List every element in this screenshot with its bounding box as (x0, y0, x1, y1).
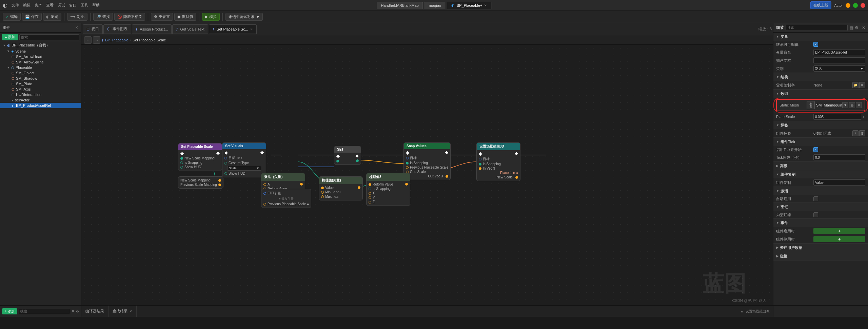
set-val-out[interactable] (356, 159, 359, 162)
snap3-y-pin[interactable] (369, 196, 371, 199)
on-enable-btn[interactable]: + (813, 228, 865, 234)
clamp-val-pin[interactable] (321, 187, 324, 189)
details-search-input[interactable] (786, 25, 848, 31)
tab-viewport[interactable]: ◻ 视口 (83, 24, 103, 34)
tree-hud[interactable]: ⬡ HUDInteraction (0, 92, 81, 97)
clamp-max-pin[interactable] (321, 195, 324, 198)
set-val-pin[interactable] (336, 160, 339, 162)
debug-dropdown[interactable]: 未选中调试对象 ▼ (225, 13, 263, 21)
node-prev-scale[interactable]: New Scale Mapping Previous Scale Mapping (178, 176, 223, 189)
tree-scene[interactable]: ▼ ◈ Scene (0, 49, 81, 54)
bottom-tab-compiler[interactable]: 编译器结果 (81, 306, 108, 317)
tab-event-graph[interactable]: ⬡ 事件图表 (103, 24, 131, 34)
for-cooker-checkbox[interactable] (813, 212, 818, 217)
auto-activate-checkbox[interactable] (813, 196, 818, 201)
sv-target-pin[interactable] (224, 157, 227, 159)
set-exec-in[interactable] (336, 155, 340, 158)
bottom-settings-icon[interactable]: ⚙ (76, 309, 79, 313)
menu-help[interactable]: 帮助 (92, 3, 100, 8)
prev-out2[interactable] (218, 183, 221, 186)
snap-exec-out[interactable] (445, 151, 448, 154)
section-tick-header[interactable]: ▼ 组件Tick (773, 138, 868, 146)
edt-prev-pin[interactable] (263, 203, 266, 206)
varname-input[interactable] (813, 49, 865, 55)
tab-maqiao[interactable]: maqiao (425, 2, 446, 9)
snap-exec-in[interactable] (406, 151, 409, 155)
snap-snapping-pin[interactable] (406, 162, 409, 164)
tree-arrow-head[interactable]: ⬡ SM_ArrowHead (0, 54, 81, 59)
save-btn[interactable]: 💾 保存 (22, 13, 42, 21)
show-hud-pin[interactable] (180, 166, 183, 169)
edt-pin1[interactable] (263, 192, 266, 195)
simulate-btn[interactable]: ▶ 模拟 (202, 13, 220, 21)
world-target-pin[interactable] (479, 158, 481, 160)
snap3-in-pin[interactable] (369, 183, 371, 186)
tree-arrow-spline[interactable]: ⬡ SM_ArrowSpline (0, 59, 81, 65)
category-dropdown[interactable]: 默认 ▼ (813, 65, 865, 72)
math-a-pin[interactable] (263, 183, 266, 186)
sm-dropdown-btn[interactable]: ▼ (842, 102, 848, 108)
exec-in-pin[interactable] (180, 152, 184, 155)
section-variables-header[interactable]: ▼ 变量 (773, 33, 868, 41)
world-exec-out[interactable] (515, 152, 518, 155)
sv-dropdown[interactable]: Scale ▼ (224, 165, 264, 171)
tab-handheld[interactable]: HandheldARBlankMap (377, 2, 423, 9)
nav-back-btn[interactable]: ← (84, 36, 92, 44)
bp-canvas[interactable]: Set Placeable Scale New Scale Mapping Is… (81, 45, 773, 305)
snapping-in-pin[interactable] (180, 161, 183, 164)
sm-browse-btn[interactable]: ◎ (849, 102, 855, 108)
clamp-min-pin[interactable] (321, 191, 324, 194)
defaults-btn[interactable]: ◉ 默认值 (174, 13, 196, 21)
tab-get-scale[interactable]: ƒ Get Scale Text (172, 24, 208, 34)
section-comp-copy-header[interactable]: ▼ 组件复制 (773, 170, 868, 178)
nav-forward-btn[interactable]: → (93, 36, 100, 44)
details-close-icon[interactable]: ✕ (862, 25, 865, 30)
tree-sm-axis[interactable]: ⬡ SM_Axis (0, 86, 81, 92)
section-advanced-header[interactable]: ▶ 高级 (773, 162, 868, 170)
clamp-out-pin[interactable] (358, 186, 360, 189)
tree-bp-productassetref[interactable]: ◐ BP_ProductAssetRef (0, 103, 81, 108)
sv-hud-pin[interactable] (224, 172, 227, 175)
breadcrumb-class[interactable]: BP_Placeable (105, 38, 129, 42)
section-asset-data-header[interactable]: ▶ 资产用户数据 (773, 244, 868, 252)
snap3-snapping-pin[interactable] (369, 188, 371, 190)
node-set-placeable-scale[interactable]: Set Placeable Scale New Scale Mapping Is… (178, 143, 222, 171)
section-array-header[interactable]: ▼ 数组 (773, 90, 868, 98)
minimize-btn[interactable] (846, 3, 850, 8)
world-snapping-pin[interactable] (479, 163, 481, 166)
new-scale-in-pin[interactable] (180, 157, 183, 160)
bottom-search-input[interactable] (19, 309, 70, 314)
node-set-world-scale[interactable]: 设置场景范围3D 目标 Is Snapping (476, 142, 520, 181)
tree-sm-shadow[interactable]: ⬡ SM_Shadow (0, 76, 81, 81)
menu-asset[interactable]: 资产 (35, 3, 42, 8)
bottom-tab-find[interactable]: 查找结果 ✕ (108, 306, 137, 317)
details-grid-icon[interactable]: ▦ (850, 25, 853, 30)
sv-exec-out[interactable] (260, 151, 264, 154)
menu-window[interactable]: 窗口 (69, 3, 77, 8)
tags-remove-icon[interactable]: 🗑 (859, 130, 865, 136)
compile-btn[interactable]: ✓ 编译 (3, 13, 21, 21)
snap-prev-pin[interactable] (406, 166, 409, 169)
tree-bp-placeable[interactable]: ▼ ◐ BP_Placeable（自我） (0, 42, 81, 49)
snap3-x-pin[interactable] (369, 192, 371, 195)
tree-self[interactable]: ● selfActor (0, 97, 81, 103)
menu-edit[interactable]: 编辑 (23, 3, 31, 8)
plate-scale-input[interactable] (813, 114, 861, 120)
section-tags-header[interactable]: ▼ 标签 (773, 121, 868, 129)
section-events-header[interactable]: ▼ 事件 (773, 219, 868, 227)
section-structure-header[interactable]: ▼ 结构 (773, 73, 868, 81)
desc-input[interactable] (813, 57, 865, 63)
tab-set-placeable[interactable]: ƒ Set Placeable Sc... ✕ (209, 24, 257, 34)
section-cooking-header[interactable]: ▼ 烹饪 (773, 203, 868, 211)
parent-folder-icon[interactable]: 📁 (852, 82, 859, 88)
menu-view[interactable]: 查看 (46, 3, 54, 8)
close-btn[interactable] (861, 3, 865, 8)
editable-checkbox[interactable]: ✓ (813, 42, 818, 47)
maximize-btn[interactable] (853, 3, 858, 8)
world-exec-in[interactable] (479, 152, 482, 156)
snap3-z-pin[interactable] (369, 201, 371, 204)
online-btn[interactable]: 在线上线 (810, 1, 831, 9)
prev-out1[interactable] (218, 179, 221, 182)
sm-clear-btn[interactable]: ✕ (856, 102, 862, 108)
on-disable-btn[interactable]: + (813, 236, 865, 242)
